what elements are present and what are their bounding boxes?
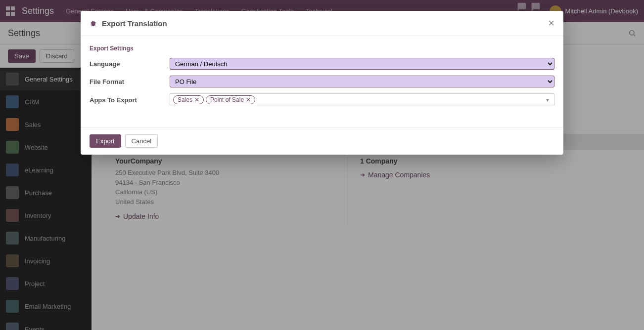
modal-title: Export Translation (102, 19, 167, 28)
language-select[interactable]: German / Deutsch (170, 58, 554, 70)
language-label: Language (90, 60, 170, 68)
modal-header: Export Translation × (81, 11, 563, 36)
export-translation-modal: Export Translation × Export Settings Lan… (81, 11, 563, 155)
format-label: File Format (90, 78, 170, 85)
apps-to-export-input[interactable]: Sales✕Point of Sale✕▼ (170, 93, 554, 106)
format-select[interactable]: PO File (170, 76, 554, 87)
modal-footer: Export Cancel (81, 127, 563, 155)
remove-tag-icon[interactable]: ✕ (194, 96, 199, 103)
export-settings-label: Export Settings (90, 45, 554, 52)
close-icon[interactable]: × (548, 18, 554, 29)
cancel-button[interactable]: Cancel (125, 134, 158, 148)
remove-tag-icon[interactable]: ✕ (246, 96, 251, 103)
bug-icon (90, 20, 97, 27)
apps-label: Apps To Export (90, 96, 170, 104)
export-button[interactable]: Export (90, 134, 121, 148)
tag-point-of-sale: Point of Sale✕ (206, 95, 255, 104)
tag-sales: Sales✕ (173, 95, 204, 104)
chevron-down-icon[interactable]: ▼ (545, 97, 550, 103)
